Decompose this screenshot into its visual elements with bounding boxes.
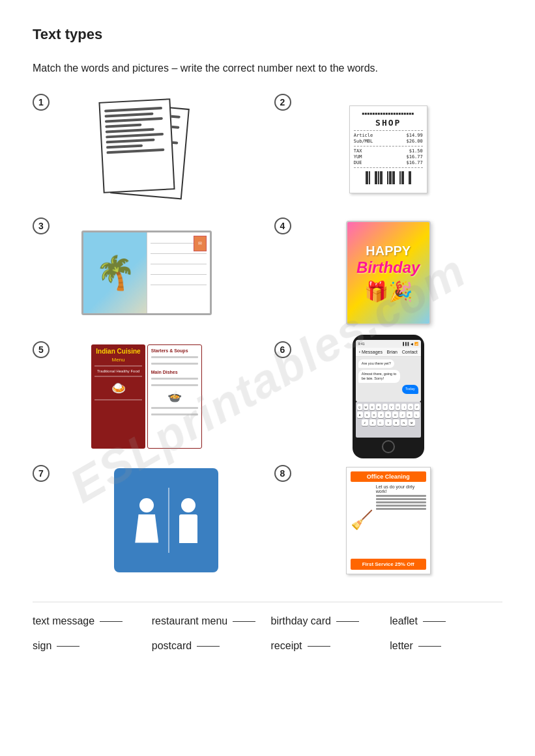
- number-badge-3: 3: [33, 217, 50, 234]
- birthday-text: Birthday: [356, 259, 420, 277]
- answer-line-restaurant-menu: [233, 621, 255, 622]
- woman-icon: [135, 498, 158, 543]
- contact-name: Brian: [387, 350, 398, 354]
- receipt-illustration: ■■■■■■■■■■■■■■■■■■■■ SHOP Article$14.99 …: [349, 105, 427, 193]
- palm-tree-icon: 🌴: [95, 254, 136, 292]
- receipt-image: ■■■■■■■■■■■■■■■■■■■■ SHOP Article$14.99 …: [274, 97, 503, 201]
- number-badge-6: 6: [274, 341, 291, 358]
- phone-illustration: 9:41 ▌▌▌ ◀ 📶 ‹ Messages Brian Contact Ar…: [353, 335, 424, 458]
- item-6-text-message: 6 9:41 ▌▌▌ ◀ 📶 ‹ Messages Brian Contact …: [274, 341, 503, 452]
- phone-image: 9:41 ▌▌▌ ◀ 📶 ‹ Messages Brian Contact Ar…: [274, 344, 503, 449]
- word-leaflet: leaflet: [390, 615, 418, 627]
- matching-item-text-message: text message: [33, 615, 145, 627]
- number-badge-7: 7: [33, 465, 50, 482]
- barcode: [366, 171, 411, 184]
- word-birthday-card: birthday card: [271, 615, 332, 627]
- word-postcard: postcard: [152, 640, 192, 652]
- sign-illustration: [114, 468, 218, 572]
- answer-line-sign: [57, 646, 80, 647]
- matching-item-receipt: receipt: [271, 640, 384, 652]
- matching-item-letter: letter: [390, 640, 502, 652]
- item-1-letter: 1: [33, 94, 261, 204]
- sign-divider: [168, 488, 169, 553]
- letter-illustration: [101, 100, 192, 198]
- phone-keyboard: QWERTYUIOP ASDFGHJKL ZXCVBNM: [356, 402, 421, 438]
- postcard-illustration: 🌴 ✉: [81, 231, 212, 315]
- contact-link: Contact: [402, 350, 418, 354]
- item-4-birthday-card: 4 HAPPY Birthday 🎁🎉: [274, 217, 503, 328]
- instruction-text: Match the words and pictures – write the…: [33, 63, 502, 74]
- word-letter: letter: [390, 640, 413, 652]
- item-8-leaflet: 8 Office Cleaning 🧹 Let us do your dirty…: [274, 465, 503, 576]
- matching-row-1: text message restaurant menu birthday ca…: [33, 615, 502, 627]
- item-5-restaurant-menu: 5 Indian Cuisine Menu Traditional Health…: [33, 341, 261, 452]
- messages-area: Are you there yet? Almost there, going t…: [356, 357, 421, 402]
- answer-line-leaflet: [423, 621, 446, 622]
- images-grid: 1: [33, 94, 502, 576]
- receipt-shop-title: SHOP: [354, 118, 423, 128]
- matching-item-restaurant-menu: restaurant menu: [152, 615, 265, 627]
- postcard-image: 🌴 ✉: [33, 221, 261, 325]
- message-sent-1: Today: [402, 385, 418, 393]
- page-title: Text types: [33, 26, 502, 43]
- matching-row-2: sign postcard receipt letter: [33, 640, 502, 652]
- matching-item-leaflet: leaflet: [390, 615, 502, 627]
- cleaning-icon: 🧹: [351, 484, 373, 556]
- answer-line-postcard: [197, 646, 220, 647]
- item-2-receipt: 2 ■■■■■■■■■■■■■■■■■■■■ SHOP Article$14.9…: [274, 94, 503, 204]
- number-badge-8: 8: [274, 465, 291, 482]
- number-badge-5: 5: [33, 341, 50, 358]
- word-sign: sign: [33, 640, 51, 652]
- word-receipt: receipt: [271, 640, 302, 652]
- number-badge-2: 2: [274, 94, 291, 111]
- leaflet-offer-badge: First Service 25% Off: [351, 559, 426, 570]
- number-badge-1: 1: [33, 94, 50, 111]
- birthday-card-illustration: HAPPY Birthday 🎁🎉: [346, 221, 431, 325]
- leaflet-illustration: Office Cleaning 🧹 Let us do your dirty w…: [346, 467, 431, 574]
- leaflet-title: Office Cleaning: [351, 471, 426, 482]
- stamp-icon: ✉: [194, 236, 207, 251]
- matching-item-sign: sign: [33, 640, 145, 652]
- answer-line-receipt: [308, 646, 330, 647]
- menu-image: Indian Cuisine Menu Traditional Healthy …: [33, 344, 261, 449]
- birthday-card-image: HAPPY Birthday 🎁🎉: [274, 221, 503, 325]
- item-7-sign: 7: [33, 465, 261, 576]
- word-text-message: text message: [33, 615, 94, 627]
- leaflet-image: Office Cleaning 🧹 Let us do your dirty w…: [274, 468, 503, 572]
- item-3-postcard: 3 🌴 ✉: [33, 217, 261, 328]
- word-restaurant-menu: restaurant menu: [152, 615, 228, 627]
- phone-home-button: [382, 440, 395, 453]
- sign-image: [72, 468, 261, 572]
- man-icon: [179, 498, 197, 543]
- happy-text: HAPPY: [366, 244, 411, 259]
- gifts-icon: 🎁🎉: [364, 280, 412, 303]
- answer-line-text-message: [100, 621, 123, 622]
- message-received-1: Are you there yet?: [358, 359, 394, 368]
- number-badge-4: 4: [274, 217, 291, 234]
- phone-screen: 9:41 ▌▌▌ ◀ 📶 ‹ Messages Brian Contact Ar…: [356, 340, 421, 402]
- message-received-2: Almost there, going to be late. Sorry!: [358, 370, 400, 383]
- matching-section: text message restaurant menu birthday ca…: [33, 602, 502, 652]
- answer-line-birthday-card: [336, 621, 359, 622]
- letter-page-front: [99, 98, 175, 193]
- matching-item-postcard: postcard: [152, 640, 265, 652]
- answer-line-letter: [418, 646, 441, 647]
- menu-illustration: Indian Cuisine Menu Traditional Healthy …: [91, 344, 202, 449]
- letter-image: [33, 97, 261, 201]
- messages-back: ‹ Messages: [359, 350, 383, 354]
- matching-item-birthday-card: birthday card: [271, 615, 384, 627]
